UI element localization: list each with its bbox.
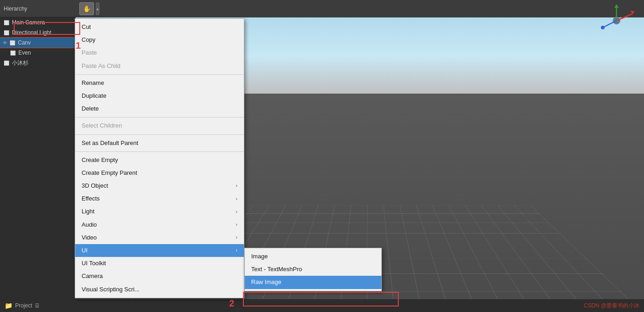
menu-item-visual-scripting[interactable]: Visual Scripting Scri... [75, 283, 244, 296]
submenu-item-text-textmeshpro[interactable]: Text - TextMeshPro [245, 263, 381, 276]
hierarchy-item-xiao-mu[interactable]: ⬜ 小沐杉 [0, 58, 76, 68]
cube-icon: ⬜ [3, 19, 10, 26]
hierarchy-item-label: 小沐杉 [12, 59, 28, 67]
menu-item-effects[interactable]: Effects › [75, 192, 244, 205]
menu-item-create-empty[interactable]: Create Empty [75, 154, 244, 167]
menu-item-cut[interactable]: Cut [75, 21, 244, 33]
hierarchy-panel: Hierarchy ⬜ Main Camera ⬜ Directional Li… [0, 0, 76, 312]
submenu-arrow-icon: › [236, 182, 237, 189]
hierarchy-item-main-camera[interactable]: ⬜ Main Camera [0, 17, 76, 28]
svg-marker-2 [630, 11, 635, 14]
submenu-arrow-icon: › [236, 247, 237, 254]
menu-item-camera[interactable]: Camera [75, 270, 244, 283]
menu-item-set-default-parent[interactable]: Set as Default Parent [75, 137, 244, 150]
submenu-arrow-icon: › [236, 221, 237, 228]
submenu-arrow-icon: › [236, 195, 237, 202]
menu-item-paste[interactable]: Paste [75, 46, 244, 59]
project-label: Project [15, 302, 32, 309]
context-menu: Cut Copy Paste Paste As Child Rename Dup… [75, 18, 244, 298]
submenu-item-image[interactable]: Image [245, 250, 381, 263]
folder-icon: 📁 [5, 302, 12, 309]
hierarchy-item-canvas[interactable]: 👁 ⬜ Canv [0, 38, 76, 48]
hierarchy-item-directional-light[interactable]: ⬜ Directional Light [0, 28, 76, 38]
menu-separator-1 [75, 74, 244, 75]
svg-point-6 [601, 26, 605, 29]
submenu-ui: Image Text - TextMeshPro Raw Image [244, 248, 382, 291]
menu-item-duplicate[interactable]: Duplicate [75, 89, 244, 102]
svg-marker-4 [614, 5, 619, 8]
svg-line-1 [616, 14, 633, 21]
project-options-icon[interactable]: ☰ [35, 303, 39, 309]
cube-icon: ⬜ [9, 39, 16, 46]
hand-icon: ✋ [83, 5, 91, 12]
hierarchy-item-label: Main Camera [12, 19, 45, 26]
menu-separator-4 [75, 151, 244, 152]
hierarchy-item-label: Directional Light [12, 29, 51, 36]
hierarchy-item-event-system[interactable]: ⬜ Even [0, 48, 76, 58]
menu-item-delete[interactable]: Delete [75, 102, 244, 115]
menu-item-rename[interactable]: Rename [75, 77, 244, 89]
watermark-text: CSDN @爱看书的小沐 [583, 302, 639, 310]
submenu-arrow-icon: › [236, 208, 237, 215]
svg-line-5 [603, 21, 616, 28]
hierarchy-item-label: Canv [18, 39, 31, 46]
menu-item-copy[interactable]: Copy [75, 33, 244, 46]
cube-icon: ⬜ [9, 49, 17, 56]
hand-tool-button[interactable]: ✋ [79, 2, 94, 15]
menu-item-create-empty-parent[interactable]: Create Empty Parent [75, 167, 244, 179]
scroll-up-indicator: ▲ [96, 2, 99, 15]
scene-gizmo [598, 2, 635, 39]
eye-icon: 👁 [3, 40, 7, 45]
hierarchy-item-label: Even [18, 50, 31, 56]
top-toolbar: ✋ ▲ [76, 0, 644, 17]
submenu-arrow-icon: › [236, 234, 237, 241]
menu-separator-3 [75, 134, 244, 135]
cube-icon: ⬜ [3, 29, 10, 36]
menu-item-3d-object[interactable]: 3D Object › [75, 179, 244, 192]
project-section: 📁 Project ☰ [5, 302, 39, 309]
menu-item-ui-toolkit[interactable]: UI Toolkit [75, 257, 244, 270]
menu-item-audio[interactable]: Audio › [75, 218, 244, 231]
menu-separator-2 [75, 117, 244, 117]
hierarchy-title: Hierarchy [4, 6, 27, 12]
menu-item-paste-as-child[interactable]: Paste As Child [75, 60, 244, 72]
submenu-item-raw-image[interactable]: Raw Image [245, 276, 381, 289]
menu-item-light[interactable]: Light › [75, 205, 244, 218]
menu-item-video[interactable]: Video › [75, 231, 244, 244]
cube-icon: ⬜ [3, 60, 10, 67]
menu-item-ui[interactable]: UI › [75, 244, 244, 257]
menu-item-select-children[interactable]: Select Children [75, 119, 244, 132]
bottom-bar: 📁 Project ☰ CSDN @爱看书的小沐 [0, 299, 644, 312]
